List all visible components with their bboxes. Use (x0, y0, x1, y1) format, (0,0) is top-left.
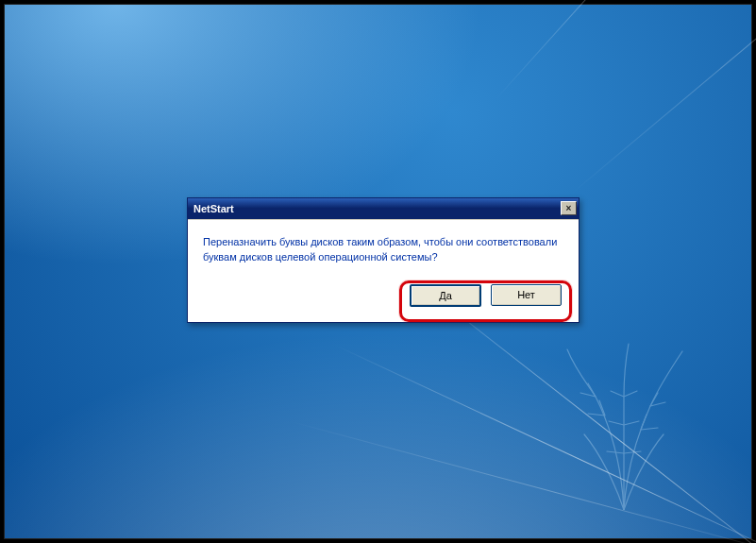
netstart-dialog: NetStart × Переназначить буквы дисков та… (187, 197, 580, 323)
dialog-title: NetStart (193, 203, 234, 214)
plant-decoration (548, 340, 699, 510)
dialog-body: Переназначить буквы дисков таким образом… (188, 219, 579, 322)
close-button[interactable]: × (561, 201, 577, 215)
desktop-background: NetStart × Переназначить буквы дисков та… (4, 4, 752, 539)
light-streak (496, 0, 756, 100)
dialog-message: Переназначить буквы дисков таким образом… (203, 235, 563, 265)
dialog-titlebar[interactable]: NetStart × (188, 198, 579, 219)
light-streak (571, 0, 756, 195)
no-button[interactable]: Нет (491, 284, 562, 306)
close-icon: × (566, 204, 572, 213)
yes-button[interactable]: Да (410, 284, 481, 307)
dialog-button-row: Да Нет (203, 284, 563, 313)
